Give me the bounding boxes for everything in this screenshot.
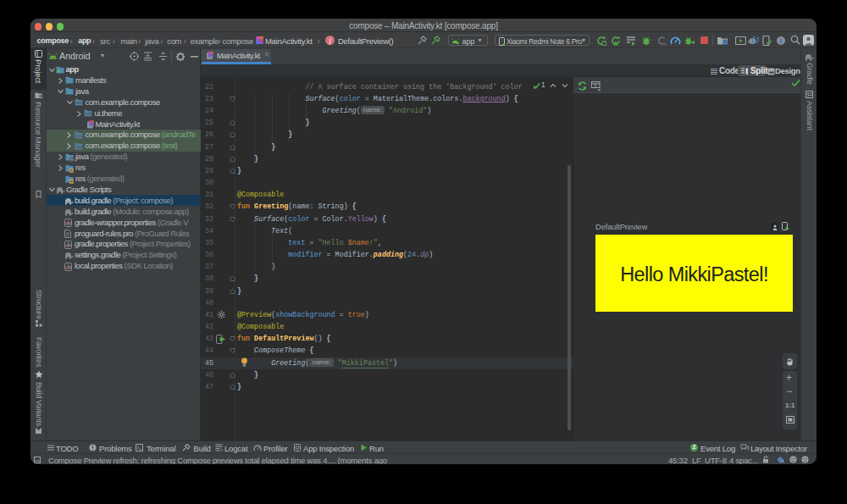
svg-text:A: A bbox=[613, 40, 617, 46]
